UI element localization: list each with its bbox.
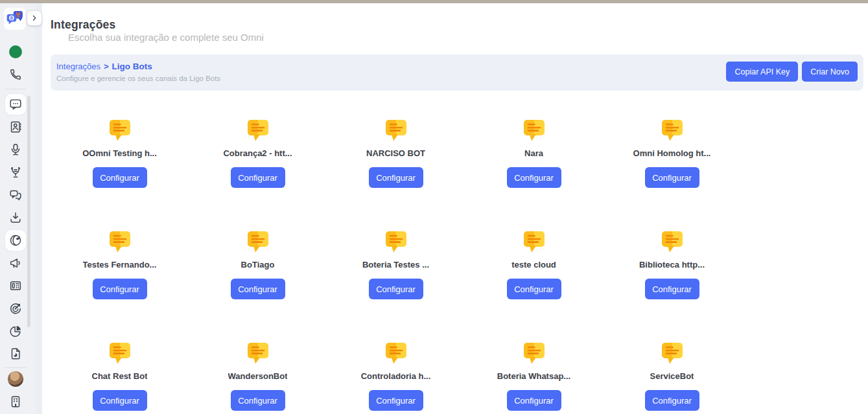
bot-card: Omni Homolog ht... Configurar <box>603 115 741 189</box>
bot-name: Testes Fernando... <box>83 260 157 270</box>
bot-chat-icon <box>520 115 548 144</box>
configure-bot-button[interactable]: Configurar <box>507 167 561 188</box>
availability-status-dot[interactable] <box>9 45 22 58</box>
bot-card: Cobrança2 - htt... Configurar <box>189 115 327 189</box>
bot-card: NARCISO BOT Configurar <box>327 115 465 189</box>
breadcrumb-panel: Integrações>Ligo Bots Configure e gerenc… <box>51 54 863 91</box>
bot-card: Boteria Testes ... Configurar <box>327 227 465 300</box>
configure-bot-button[interactable]: Configurar <box>231 390 285 411</box>
bot-card: Chat Rest Bot Configurar <box>51 338 189 411</box>
bot-chat-icon <box>382 338 410 367</box>
configure-bot-button[interactable]: Configurar <box>369 167 423 188</box>
bot-name: Boteria Testes ... <box>362 260 429 270</box>
bot-chat-icon <box>244 338 272 367</box>
bot-chat-icon <box>106 338 134 367</box>
fax-icon[interactable] <box>8 279 23 293</box>
bot-card: Nara Configurar <box>465 115 603 189</box>
bot-card: ServiceBot Configurar <box>603 338 741 411</box>
bot-chat-icon <box>658 338 686 367</box>
bot-card: Testes Fernando... Configurar <box>51 227 189 300</box>
bot-chat-icon <box>520 338 548 367</box>
bot-name: Biblioteca http... <box>639 260 705 270</box>
conversations-icon[interactable] <box>8 188 23 202</box>
configure-bot-button[interactable]: Configurar <box>645 167 699 188</box>
megaphone-icon[interactable] <box>8 256 23 270</box>
bot-name: BoTiago <box>241 260 275 270</box>
report-icon[interactable] <box>8 347 23 361</box>
bot-chat-icon <box>520 227 548 255</box>
breadcrumb-separator: > <box>104 62 109 71</box>
configure-bot-button[interactable]: Configurar <box>645 279 699 299</box>
download-icon[interactable] <box>8 211 23 225</box>
bot-card: Boteria Whatsap... Configurar <box>465 338 603 411</box>
building-icon[interactable] <box>8 395 23 409</box>
ligo-logo-icon <box>5 9 25 29</box>
globe-icon[interactable] <box>8 233 23 247</box>
microphone-icon[interactable] <box>8 143 23 157</box>
configure-bot-button[interactable]: Configurar <box>93 279 147 299</box>
bot-name: Chat Rest Bot <box>92 371 148 381</box>
bot-card: Controladoria h... Configurar <box>327 338 465 411</box>
sidebar-gutter <box>36 3 42 414</box>
page-title: Integrações <box>51 18 115 32</box>
bot-name: Boteria Whatsap... <box>497 371 570 381</box>
bot-name: Controladoria h... <box>361 371 431 381</box>
configure-bot-button[interactable]: Configurar <box>507 390 561 411</box>
breadcrumb-description: Configure e gerencie os seus canais da L… <box>56 75 220 82</box>
bot-name: Cobrança2 - htt... <box>223 148 292 158</box>
user-avatar[interactable] <box>8 371 23 387</box>
bot-name: ServiceBot <box>650 371 694 381</box>
bot-card: OOmni Testing h... Configurar <box>51 115 189 189</box>
configure-bot-button[interactable]: Configurar <box>231 167 285 188</box>
lyre-bot-icon[interactable] <box>8 165 23 179</box>
bots-grid: OOmni Testing h... Configurar Cobrança2 … <box>51 115 741 411</box>
sidebar-divider-top <box>5 89 26 89</box>
chevron-right-icon <box>30 14 39 23</box>
bot-chat-icon <box>382 227 410 255</box>
configure-bot-button[interactable]: Configurar <box>369 279 423 299</box>
breadcrumb: Integrações>Ligo Bots <box>56 62 152 71</box>
copy-api-key-button[interactable]: Copiar API Key <box>726 62 798 82</box>
bot-chat-icon <box>382 115 410 144</box>
panel-actions: Copiar API Key Criar Novo <box>726 62 858 82</box>
bot-chat-icon <box>658 115 686 144</box>
breadcrumb-root-link[interactable]: Integrações <box>56 62 100 71</box>
sidebar-divider-bottom <box>5 367 26 368</box>
chat-icon[interactable] <box>8 97 23 111</box>
sidebar-scrollbar[interactable] <box>27 96 30 327</box>
bot-name: NARCISO BOT <box>366 148 425 158</box>
bot-card: WandersonBot Configurar <box>189 338 327 411</box>
bot-chat-icon <box>106 115 134 144</box>
bot-card: BoTiago Configurar <box>189 227 327 300</box>
expand-sidebar-button[interactable] <box>27 11 41 25</box>
bot-name: OOmni Testing h... <box>82 148 157 158</box>
bot-chat-icon <box>658 227 686 255</box>
app-logo[interactable] <box>4 8 26 30</box>
pie-chart-icon[interactable] <box>8 324 23 338</box>
phone-icon[interactable] <box>8 67 23 82</box>
bot-card: Biblioteca http... Configurar <box>603 227 741 300</box>
bot-name: teste cloud <box>511 260 556 270</box>
configure-bot-button[interactable]: Configurar <box>93 390 147 411</box>
configure-bot-button[interactable]: Configurar <box>231 279 285 299</box>
configure-bot-button[interactable]: Configurar <box>369 390 423 411</box>
configure-bot-button[interactable]: Configurar <box>645 390 699 411</box>
page-subtitle: Escolha sua integração e complete seu Om… <box>68 32 264 43</box>
configure-bot-button[interactable]: Configurar <box>507 279 561 299</box>
contacts-icon[interactable] <box>8 120 23 134</box>
bot-chat-icon <box>244 115 272 144</box>
bot-chat-icon <box>244 227 272 255</box>
bot-chat-icon <box>106 227 134 255</box>
bot-name: WandersonBot <box>228 371 288 381</box>
configure-bot-button[interactable]: Configurar <box>93 167 147 188</box>
bot-card: teste cloud Configurar <box>465 227 603 300</box>
bot-name: Omni Homolog ht... <box>633 148 711 158</box>
breadcrumb-current: Ligo Bots <box>112 62 152 71</box>
create-new-button[interactable]: Criar Novo <box>802 62 858 82</box>
bot-name: Nara <box>524 148 543 158</box>
target-icon[interactable] <box>8 301 23 316</box>
